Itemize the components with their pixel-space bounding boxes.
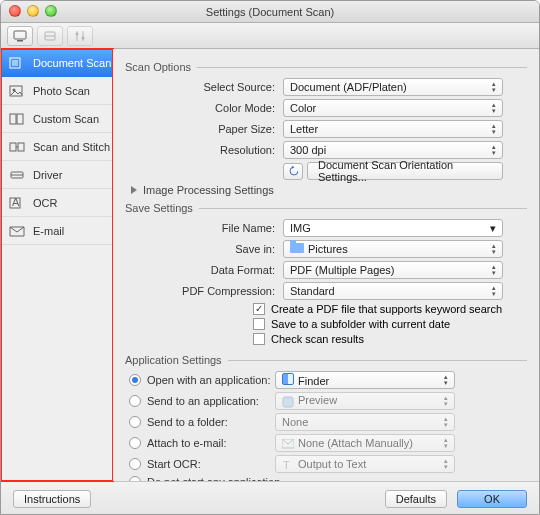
chevron-updown-icon <box>444 458 448 470</box>
sidebar-item-label: Scan and Stitch <box>33 141 110 153</box>
resolution-dropdown[interactable]: 300 dpi <box>283 141 503 159</box>
chevron-updown-icon <box>492 144 496 156</box>
toolbar-scan-from-computer-button[interactable] <box>7 26 33 46</box>
svg-text:T: T <box>283 460 290 470</box>
toolbar <box>1 23 539 49</box>
scan-options-legend: Scan Options <box>125 61 197 73</box>
zoom-window-icon[interactable] <box>45 5 57 17</box>
chevron-updown-icon <box>444 395 448 407</box>
keyword-search-checkbox[interactable] <box>253 303 265 315</box>
chevron-updown-icon <box>492 81 496 93</box>
attach-mail-dropdown[interactable]: None (Attach Manually) <box>275 434 455 452</box>
send-folder-radio[interactable] <box>129 416 141 428</box>
chevron-updown-icon <box>444 416 448 428</box>
sidebar-item-custom-scan[interactable]: Custom Scan <box>1 105 112 133</box>
send-app-label: Send to an application: <box>147 395 275 407</box>
application-settings-group: Application Settings Open with an applic… <box>125 354 527 481</box>
chevron-updown-icon <box>444 437 448 449</box>
svg-rect-16 <box>10 143 16 151</box>
svg-text:A: A <box>12 196 20 208</box>
sidebar-item-label: OCR <box>33 197 57 209</box>
window-title: Settings (Document Scan) <box>206 6 334 18</box>
send-app-dropdown[interactable]: Preview <box>275 392 455 410</box>
file-name-field[interactable]: IMG▾ <box>283 219 503 237</box>
start-ocr-label: Start OCR: <box>147 458 275 470</box>
photo-scan-icon <box>9 84 25 98</box>
attach-mail-label: Attach to e-mail: <box>147 437 275 449</box>
do-not-start-radio[interactable] <box>129 476 141 481</box>
subfolder-label: Save to a subfolder with current date <box>271 318 450 330</box>
send-folder-dropdown[interactable]: None <box>275 413 455 431</box>
toolbar-scan-from-panel-button[interactable] <box>37 26 63 46</box>
sidebar-item-document-scan[interactable]: Document Scan <box>1 49 112 77</box>
close-window-icon[interactable] <box>9 5 21 17</box>
driver-icon <box>9 168 25 182</box>
svg-rect-0 <box>14 31 26 39</box>
start-ocr-radio[interactable] <box>129 458 141 470</box>
pdf-compression-dropdown[interactable]: Standard <box>283 282 503 300</box>
sidebar-item-label: Driver <box>33 169 62 181</box>
data-format-label: Data Format: <box>125 264 283 276</box>
save-settings-group: Save Settings File Name: IMG▾ Save in: P… <box>125 202 527 348</box>
sidebar-item-email[interactable]: E-mail <box>1 217 112 245</box>
select-source-dropdown[interactable]: Document (ADF/Platen) <box>283 78 503 96</box>
sidebar-item-label: E-mail <box>33 225 64 237</box>
sidebar-item-scan-and-stitch[interactable]: Scan and Stitch <box>1 133 112 161</box>
instructions-button[interactable]: Instructions <box>13 490 91 508</box>
chevron-updown-icon <box>444 374 448 386</box>
send-app-radio[interactable] <box>129 395 141 407</box>
scanner-icon <box>43 30 57 42</box>
pdf-compression-label: PDF Compression: <box>125 285 283 297</box>
keyword-search-label: Create a PDF file that supports keyword … <box>271 303 502 315</box>
chevron-down-icon: ▾ <box>490 222 496 235</box>
text-icon: T <box>282 460 294 470</box>
sidebar: Document Scan Photo Scan Custom Scan Sca… <box>1 49 113 481</box>
do-not-start-label: Do not start any application <box>147 476 280 481</box>
sidebar-item-label: Photo Scan <box>33 85 90 97</box>
application-settings-legend: Application Settings <box>125 354 228 366</box>
file-name-label: File Name: <box>125 222 283 234</box>
paper-size-label: Paper Size: <box>125 123 283 135</box>
ok-button[interactable]: OK <box>457 490 527 508</box>
title-bar: Settings (Document Scan) <box>1 1 539 23</box>
resolution-label: Resolution: <box>125 144 283 156</box>
svg-rect-17 <box>18 143 24 151</box>
sidebar-item-ocr[interactable]: A OCR <box>1 189 112 217</box>
reset-icon <box>288 166 298 176</box>
ocr-icon: A <box>9 196 25 210</box>
image-processing-disclosure[interactable]: Image Processing Settings <box>131 184 527 196</box>
scan-stitch-icon <box>9 140 25 154</box>
chevron-updown-icon <box>492 102 496 114</box>
scan-options-group: Scan Options Select Source: Document (AD… <box>125 61 527 196</box>
save-in-dropdown[interactable]: Pictures <box>283 240 503 258</box>
orientation-settings-button[interactable]: Document Scan Orientation Settings... <box>307 162 503 180</box>
mail-icon <box>282 439 294 449</box>
check-results-label: Check scan results <box>271 333 364 345</box>
color-mode-dropdown[interactable]: Color <box>283 99 503 117</box>
svg-rect-14 <box>10 114 16 124</box>
attach-mail-radio[interactable] <box>129 437 141 449</box>
defaults-small-button[interactable] <box>283 163 303 180</box>
check-results-checkbox[interactable] <box>253 333 265 345</box>
chevron-updown-icon <box>492 285 496 297</box>
window-controls <box>9 5 57 17</box>
open-with-dropdown[interactable]: Finder <box>275 371 455 389</box>
save-settings-legend: Save Settings <box>125 202 199 214</box>
send-folder-label: Send to a folder: <box>147 416 275 428</box>
sidebar-item-photo-scan[interactable]: Photo Scan <box>1 77 112 105</box>
open-with-radio[interactable] <box>129 374 141 386</box>
svg-rect-15 <box>17 114 23 124</box>
start-ocr-dropdown[interactable]: TOutput to Text <box>275 455 455 473</box>
subfolder-checkbox[interactable] <box>253 318 265 330</box>
paper-size-dropdown[interactable]: Letter <box>283 120 503 138</box>
data-format-dropdown[interactable]: PDF (Multiple Pages) <box>283 261 503 279</box>
svg-rect-23 <box>283 397 293 407</box>
defaults-button[interactable]: Defaults <box>385 490 447 508</box>
finder-icon <box>282 373 294 385</box>
svg-point-6 <box>76 32 79 35</box>
sidebar-item-driver[interactable]: Driver <box>1 161 112 189</box>
minimize-window-icon[interactable] <box>27 5 39 17</box>
toolbar-general-settings-button[interactable] <box>67 26 93 46</box>
preview-icon <box>282 396 294 408</box>
sliders-icon <box>74 30 86 42</box>
